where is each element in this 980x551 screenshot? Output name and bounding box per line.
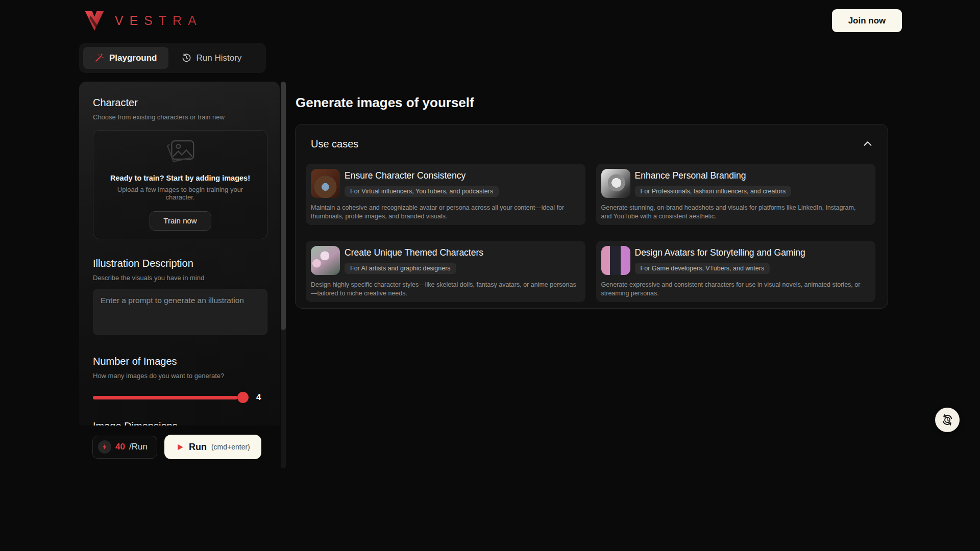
run-button-label: Run: [189, 442, 207, 453]
card-description: Generate stunning, on-brand headshots an…: [601, 204, 867, 220]
credits-badge: [98, 440, 111, 454]
page-title: Generate images of yourself: [296, 95, 474, 111]
num-images-section-subtitle: How many images do you want to generate?: [93, 372, 267, 380]
play-icon: [176, 443, 184, 452]
generation-settings-panel: Character Choose from existing character…: [79, 82, 280, 468]
character-upload-dropzone[interactable]: Ready to train? Start by adding images! …: [93, 130, 267, 239]
card-description: Design highly specific character styles—…: [311, 281, 576, 297]
illustration-section-title: Illustration Description: [93, 258, 267, 269]
use-case-card-character-consistency[interactable]: Ensure Character Consistency For Virtual…: [306, 164, 585, 225]
character-section-title: Character: [93, 97, 267, 109]
illustration-section-subtitle: Describe the visuals you have in mind: [93, 274, 267, 282]
tab-run-history[interactable]: Run History: [170, 47, 253, 69]
sync-clock-icon: [941, 413, 954, 427]
settings-scroll-area: Character Choose from existing character…: [79, 82, 280, 425]
use-case-card-personal-branding[interactable]: Enhance Personal Branding For Profession…: [596, 164, 876, 225]
image-dimensions-section-title: Image Dimensions: [93, 420, 267, 425]
use-cases-header: Use cases: [306, 136, 875, 152]
card-audience-tag: For Game developers, VTubers, and writer…: [635, 263, 770, 274]
upload-subtitle: Upload a few images to begin training yo…: [103, 186, 258, 201]
card-title: Create Unique Themed Characters: [345, 247, 483, 258]
card-audience-tag: For Professionals, fashion influencers, …: [635, 186, 792, 197]
slider-track: [93, 396, 237, 399]
tab-run-history-label: Run History: [197, 53, 242, 63]
sidebar-scrollbar-thumb[interactable]: [281, 82, 286, 330]
run-cost-pill: 40/Run: [92, 436, 157, 459]
upload-title: Ready to train? Start by adding images!: [110, 174, 250, 182]
character-section-subtitle: Choose from existing characters or train…: [93, 113, 267, 121]
card-title: Ensure Character Consistency: [345, 170, 499, 181]
magic-wand-icon: [94, 53, 104, 63]
card-title: Design Avatars for Storytelling and Gami…: [635, 247, 805, 258]
history-icon: [182, 53, 191, 63]
sidebar-scrollbar[interactable]: [281, 82, 286, 468]
thumbnail-themed-characters: [311, 246, 340, 275]
card-title: Enhance Personal Branding: [635, 170, 792, 181]
card-description: Generate expressive and consistent chara…: [601, 281, 867, 297]
run-button[interactable]: Run (cmd+enter): [164, 435, 261, 459]
card-audience-tag: For Virtual influencers, YouTubers, and …: [345, 186, 499, 197]
thumbnail-avatars-storytelling: [601, 246, 630, 275]
thumbnail-character-consistency: [311, 169, 340, 198]
app-window: VESTRA Join now Playground Run History: [0, 0, 980, 551]
run-cost-value: 40: [115, 442, 125, 452]
use-cases-panel: Use cases Ensure Character Consistency F…: [295, 124, 888, 309]
brand-name: VESTRA: [115, 13, 203, 28]
mode-tabbar: Playground Run History: [79, 43, 266, 73]
sync-credits-fab[interactable]: [935, 408, 960, 432]
use-cases-title: Use cases: [311, 138, 358, 150]
num-images-slider[interactable]: [93, 392, 243, 403]
use-case-card-avatars-storytelling[interactable]: Design Avatars for Storytelling and Gami…: [596, 241, 876, 302]
chevron-up-icon: [862, 138, 873, 149]
card-description: Maintain a cohesive and recognizable ava…: [311, 204, 576, 220]
num-images-section-title: Number of Images: [93, 356, 267, 367]
tab-playground-label: Playground: [109, 53, 157, 63]
brand-logo: VESTRA: [83, 8, 203, 33]
card-audience-tag: For AI artists and graphic designers: [345, 263, 456, 274]
lightning-bolt-icon: [101, 443, 108, 450]
run-shortcut-hint: (cmd+enter): [211, 443, 250, 451]
use-case-card-themed-characters[interactable]: Create Unique Themed Characters For AI a…: [306, 241, 585, 302]
run-footer: 40/Run Run (cmd+enter): [79, 425, 280, 468]
image-placeholder-icon: [164, 139, 196, 167]
num-images-value: 4: [256, 392, 261, 403]
prompt-input[interactable]: [93, 289, 267, 335]
thumbnail-personal-branding: [601, 169, 630, 198]
vestra-v-icon: [83, 8, 106, 33]
run-cost-suffix: /Run: [129, 442, 148, 452]
tab-playground[interactable]: Playground: [83, 47, 168, 69]
collapse-use-cases-button[interactable]: [860, 136, 875, 152]
use-case-grid: Ensure Character Consistency For Virtual…: [306, 164, 875, 302]
slider-fill: [93, 396, 237, 399]
slider-handle[interactable]: [237, 392, 249, 403]
train-now-button[interactable]: Train now: [150, 211, 211, 231]
join-now-button[interactable]: Join now: [832, 9, 902, 32]
